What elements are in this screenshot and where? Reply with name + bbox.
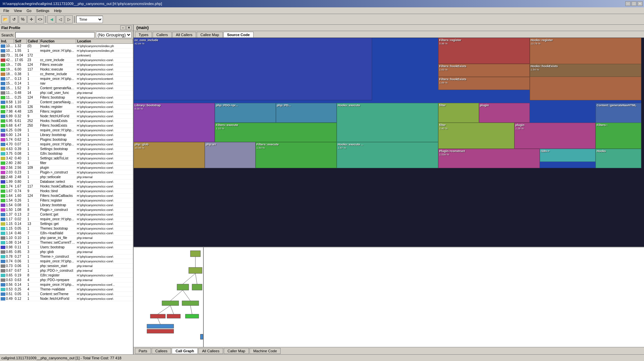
table-row[interactable]: 42.84 17.65 23 cc_core_include H:\php\ca… — [0, 58, 133, 63]
table-row[interactable]: 2.56 2.56 109 plugin H:\php\canyoncms\cc… — [0, 165, 133, 170]
close-button[interactable]: ✕ — [637, 1, 643, 6]
nav-right[interactable]: ▷ — [65, 15, 73, 23]
tab-callee-map[interactable]: Callee Map — [197, 32, 223, 37]
treemap-cell[interactable]: Hooks::execute ... 1.67 % — [337, 142, 438, 168]
table-row[interactable]: 6.25 0.09 1 require_once::H:\php... H:\p… — [0, 128, 133, 133]
table-row[interactable]: 0.85 0.85 3 php::glob php:internal — [0, 250, 133, 254]
menu-settings[interactable]: Settings — [34, 8, 51, 13]
table-row[interactable]: 0.53 0.25 4 Theme->validate H:\php\canyo… — [0, 287, 133, 292]
table-row[interactable]: 0.65 0.19 8 I18n::register H:\php\canyon… — [0, 273, 133, 278]
table-row[interactable]: 0.98 0.11 1 Users::bootstrap H:\php\cany… — [0, 245, 133, 250]
table-row[interactable]: 0.63 0.63 4 php::PDO->prepare php:intern… — [0, 278, 133, 282]
treemap-cell[interactable]: Filters:: — [596, 123, 641, 149]
table-row[interactable]: 11.87 0.48 14 php::call_user_func php:in… — [0, 91, 133, 95]
table-row[interactable]: 19.58 7.05 124 Filters::execute H:\php\c… — [0, 63, 133, 67]
percent-button[interactable]: % — [19, 15, 27, 23]
tab-callers[interactable]: Callers — [153, 32, 171, 37]
treemap-cell[interactable]: php::PD... — [276, 103, 337, 123]
tab-source-code[interactable]: Source Code — [223, 32, 254, 37]
grouping-selector[interactable]: (No Grouping) — [96, 32, 132, 38]
treemap-cell[interactable]: Plugin->construct 1.538 % — [438, 149, 540, 168]
table-row[interactable]: 5.74 0.62 1 Plugins::bootstrap H:\php\ca… — [0, 137, 133, 142]
table-row[interactable]: 6.68 6.47 250 Filters::hookExists H:\php… — [0, 123, 133, 128]
table-row[interactable]: 7.98 4.48 125 Filters::register H:\php\c… — [0, 109, 133, 114]
treemap-cell[interactable]: Filters::hookExists 1.63 % — [438, 64, 530, 77]
menu-go[interactable]: Go — [24, 8, 33, 13]
treemap-cell[interactable]: php::PDO->pr... — [215, 103, 276, 123]
table-row[interactable]: 102.38 1.32 (0) {main} H:\php\canyoncms\… — [0, 44, 133, 48]
table-row[interactable]: 0.51 0.05 1 Content::setTheme H:\php\can… — [0, 292, 133, 296]
table-row[interactable]: 2.80 2.80 1 filter H:\php\canyoncms\cc-c… — [0, 161, 133, 165]
table-row[interactable]: 1.08 0.14 2 Themes::setCurrentTheme H:\p… — [0, 240, 133, 245]
treemap-cell[interactable]: Filters::register 5.96 % — [438, 38, 530, 64]
open-button[interactable]: 📂 — [1, 15, 9, 23]
tab-caller-map[interactable]: Caller Map — [224, 348, 249, 354]
treemap-cell[interactable]: filter 1.40 % — [438, 123, 514, 149]
tab-callees[interactable]: Callees — [152, 348, 171, 354]
treemap-cell[interactable]: Hooks::hookExists 1.54 % — [530, 64, 641, 77]
tab-machine-code[interactable]: Machine Code — [250, 348, 281, 354]
refresh-button[interactable]: ↺ — [10, 15, 18, 23]
table-row[interactable]: 1.10 0.10 1 php::parse_ini_file php:inte… — [0, 236, 133, 240]
treemap-cell[interactable]: I18n-> — [540, 149, 596, 162]
table-row[interactable]: 4.70 0.07 1 require_once::H:\php... H:\p… — [0, 142, 133, 147]
treemap-cell[interactable]: Filters::execute 1.54 % — [256, 142, 337, 168]
menu-file[interactable]: File — [1, 8, 11, 13]
minimize-button[interactable]: – — [625, 1, 631, 6]
table-row[interactable]: 1.54 0.26 1 Filters::register H:\php\can… — [0, 198, 133, 203]
nav-left[interactable]: ◁ — [56, 15, 64, 23]
back-button[interactable]: ◀ — [47, 15, 55, 23]
table-row[interactable]: 1.50 1.08 8 Plugin->_construct H:\php\ca… — [0, 208, 133, 212]
table-row[interactable]: 18.34 0.38 1 cc_theme_include H:\php\can… — [0, 72, 133, 77]
table-row[interactable]: 0.73 0.06 1 php::session_start php:inter… — [0, 264, 133, 268]
table-row[interactable]: 0.49 0.12 1 Node::fetchUrlForId H:\php\c… — [0, 296, 133, 301]
treemap-cell[interactable]: filter — [438, 103, 479, 123]
table-row[interactable]: 19.64 6.00 117 Hooks::execute H:\php\can… — [0, 67, 133, 72]
treemap-cell[interactable]: Hooks::execute — [337, 103, 438, 142]
treemap-cell[interactable]: cc_core_include 42.84 % — [134, 38, 372, 100]
table-row[interactable]: 8.16 4.55 126 Hooks::register H:\php\can… — [0, 105, 133, 109]
treemap-cell[interactable]: plugin 1.28 % — [514, 123, 596, 149]
tab-types[interactable]: Types — [135, 32, 152, 37]
move-button[interactable]: ✛ — [27, 15, 35, 23]
table-row[interactable]: 1.67 0.74 9 Hooks::bind H:\php\canyoncms… — [0, 189, 133, 194]
tab-all-callees[interactable]: All Callees — [198, 348, 223, 354]
treemap-cell[interactable]: plugin — [479, 103, 530, 123]
table-row[interactable]: 1.64 1.60 124 Filters::hookCallbacks H:\… — [0, 194, 133, 198]
table-row[interactable]: 100.42 1.55 1 require_once::H:\php... H:… — [0, 48, 133, 53]
tab-parts[interactable]: Parts — [135, 348, 151, 354]
code-button[interactable]: <> — [36, 15, 44, 23]
table-row[interactable]: 0.74 0.06 1 require_once::H:\php... H:\p… — [0, 259, 133, 264]
table-row[interactable]: 4.63 0.39 1 Settings::bootstrap H:\php\c… — [0, 147, 133, 151]
treemap-cell[interactable]: Filters::execute 1.10 % — [215, 123, 337, 142]
treemap-cell[interactable]: php::glob 10.46 % — [134, 142, 205, 168]
table-row[interactable]: 1.15 0.14 13 Settings::get H:\php\canyon… — [0, 222, 133, 226]
table-row[interactable]: 2.48 2.48 1 php::setlocale php:internal — [0, 175, 133, 179]
table-row[interactable]: 0.78 0.27 1 Theme->_construct H:\php\can… — [0, 254, 133, 259]
table-row[interactable]: 0.67 0.67 1 php::PDO->_construct php:int… — [0, 268, 133, 273]
treemap-cell[interactable]: php:arr — [205, 142, 256, 168]
menu-view[interactable]: View — [12, 8, 24, 13]
table-row[interactable]: 6.00 1.24 1 Library::bootstrap H:\php\ca… — [0, 133, 133, 137]
table-row[interactable]: 2.03 0.23 1 Plugin->_construct H:\php\ca… — [0, 170, 133, 175]
table-row[interactable]: 1.99 0.80 1 Database::select H:\php\cany… — [0, 179, 133, 184]
tab-all-callers[interactable]: All Callers — [172, 32, 196, 37]
menu-help[interactable]: Help — [52, 8, 64, 13]
table-row[interactable]: 1.14 0.46 7 I18n->loadValid H:\php\canyo… — [0, 231, 133, 236]
treemap-cell[interactable]: Filters::hookExists 1.69 % — [438, 77, 530, 90]
table-row[interactable]: 3.42 0.40 1 Settings::addToList H:\php\c… — [0, 156, 133, 161]
table-row[interactable]: 1.54 0.08 1 Library::bootstrap H:\php\ca… — [0, 203, 133, 208]
treemap-cell[interactable]: Hooks — [596, 149, 641, 168]
table-row[interactable]: 17.57 0.13 1 require_once::H:\php... H:\… — [0, 77, 133, 81]
table-row[interactable]: 1.74 1.67 117 Hooks::hookCallbacks H:\ph… — [0, 184, 133, 189]
treemap-cell[interactable]: Library::bootstrap 6.00 % — [134, 103, 215, 142]
table-row[interactable]: 15.43 1.52 3 Content::generateNavHTML H:… — [0, 86, 133, 91]
table-row[interactable]: 0.56 0.14 1 require_once::H:\php... H:\p… — [0, 282, 133, 287]
tab-call-graph[interactable]: Call Graph — [172, 348, 198, 354]
table-row[interactable]: 73.96 31.04 172 (unknown) — [0, 53, 133, 58]
table-row[interactable]: 1.17 0.02 1 require_once::H:\php... H:\p… — [0, 217, 133, 222]
table-row[interactable]: 15.57 0.14 1 nav H:\php\canyoncms\cc-cor… — [0, 81, 133, 86]
table-row[interactable]: 6.99 0.32 9 Node::fetchUrlForId H:\php\c… — [0, 114, 133, 119]
maximize-button[interactable]: □ — [631, 1, 637, 6]
table-row[interactable]: 6.95 6.61 252 Hooks::hookExists H:\php\c… — [0, 119, 133, 123]
